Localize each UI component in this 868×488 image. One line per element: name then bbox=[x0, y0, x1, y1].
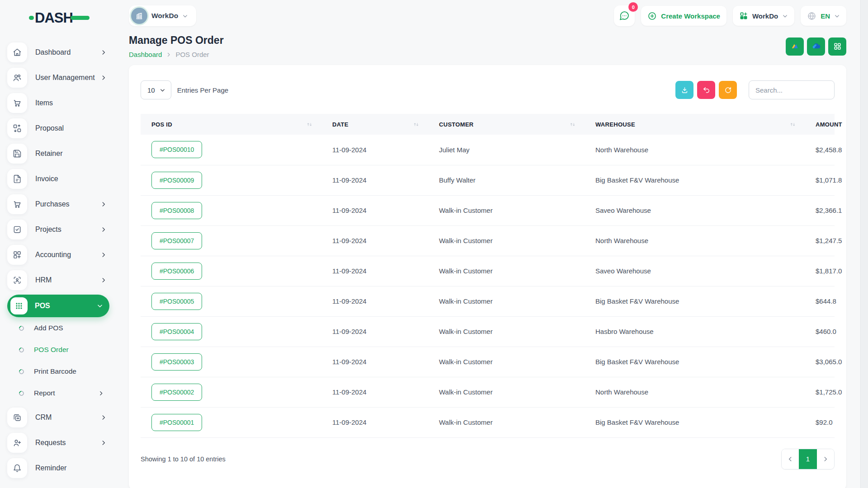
workspace-name: WorkDo bbox=[151, 12, 178, 20]
cart-icon bbox=[7, 194, 27, 214]
sidebar-item-crm[interactable]: CRM bbox=[7, 405, 109, 430]
warehouse-cell: Saveo Warehouse bbox=[585, 256, 805, 286]
table-row: #POS00008 11-09-2024 Walk-in Customer Sa… bbox=[141, 195, 835, 225]
onedrive-button[interactable] bbox=[807, 38, 825, 56]
globe-icon bbox=[807, 11, 816, 21]
sidebar-item-requests[interactable]: Requests bbox=[7, 430, 109, 455]
sidebar-item-hrm[interactable]: HRM bbox=[7, 267, 109, 293]
sidebar-subitem-print-barcode[interactable]: Print Barcode bbox=[7, 361, 109, 382]
chat-icon bbox=[619, 10, 630, 21]
sidebar-item-retainer[interactable]: Retainer bbox=[7, 141, 109, 166]
topbar: WorkDo 0 Create Workspace WorkDo bbox=[116, 0, 846, 28]
sidebar-subitem-label: Report bbox=[34, 389, 98, 397]
sidebar-subitem-add-pos[interactable]: Add POS bbox=[7, 317, 109, 339]
pos-id-link[interactable]: #POS00002 bbox=[151, 384, 202, 401]
sidebar-subitem-report[interactable]: Report bbox=[7, 382, 109, 404]
language-selector[interactable]: EN bbox=[801, 6, 846, 26]
bell-icon bbox=[7, 458, 27, 478]
chevron-right-icon bbox=[100, 252, 107, 258]
sidebar-item-purchases[interactable]: Purchases bbox=[7, 192, 109, 217]
chevron-right-icon bbox=[100, 440, 107, 446]
sidebar-item-accounting[interactable]: Accounting bbox=[7, 242, 109, 267]
sidebar-subitem-pos-order[interactable]: POS Order bbox=[7, 339, 109, 361]
workdo-app-menu[interactable]: WorkDo bbox=[733, 6, 794, 26]
svg-text:DASH: DASH bbox=[35, 10, 73, 26]
workdo-menu-label: WorkDo bbox=[752, 12, 778, 20]
pos-id-link[interactable]: #POS00008 bbox=[151, 202, 202, 219]
pos-id-link[interactable]: #POS00010 bbox=[151, 141, 202, 158]
date-cell: 11-09-2024 bbox=[321, 347, 428, 377]
chevron-right-icon bbox=[100, 75, 107, 81]
pos-id-link[interactable]: #POS00006 bbox=[151, 263, 202, 280]
chat-badge: 0 bbox=[628, 2, 638, 12]
pos-id-link[interactable]: #POS00009 bbox=[151, 172, 202, 189]
column-header-amount[interactable]: AMOUNT bbox=[805, 114, 835, 135]
warehouse-cell: Big Basket F&V Warehouse bbox=[585, 286, 805, 316]
amount-cell: $1,725.0 bbox=[805, 377, 835, 407]
sidebar-item-pos[interactable]: POS bbox=[7, 295, 109, 317]
pos-id-link[interactable]: #POS00003 bbox=[151, 353, 202, 371]
search-input[interactable] bbox=[749, 80, 835, 99]
pagination: 1 bbox=[781, 449, 835, 469]
sidebar-item-items[interactable]: Items bbox=[7, 90, 109, 116]
pos-id-link[interactable]: #POS00001 bbox=[151, 414, 202, 431]
sidebar-item-invoice[interactable]: Invoice bbox=[7, 166, 109, 192]
google-drive-button[interactable] bbox=[786, 38, 804, 56]
pos-id-link[interactable]: #POS00005 bbox=[151, 293, 202, 310]
pos-id-link[interactable]: #POS00004 bbox=[151, 323, 202, 340]
showing-entries-text: Showing 1 to 10 of 10 entries bbox=[141, 455, 226, 463]
page-title: Manage POS Order bbox=[129, 34, 224, 47]
sidebar-item-dashboard[interactable]: Dashboard bbox=[7, 40, 109, 65]
users-icon bbox=[7, 68, 27, 88]
customer-cell: Walk-in Customer bbox=[428, 377, 585, 407]
grid-icon bbox=[833, 42, 842, 51]
sidebar-item-reminder[interactable]: Reminder bbox=[7, 455, 109, 481]
column-header-warehouse[interactable]: WAREHOUSE bbox=[585, 114, 805, 135]
column-header-pos-id[interactable]: POS ID bbox=[141, 114, 321, 135]
sidebar-item-label: POS bbox=[35, 302, 97, 310]
sidebar-item-proposal[interactable]: Proposal bbox=[7, 116, 109, 141]
chevron-down-icon bbox=[182, 13, 188, 19]
undo-button[interactable] bbox=[697, 81, 715, 99]
refresh-button[interactable] bbox=[719, 81, 737, 99]
warehouse-cell: Hasbro Warehouse bbox=[585, 316, 805, 347]
table-row: #POS00006 11-09-2024 Walk-in Customer Sa… bbox=[141, 256, 835, 286]
language-label: EN bbox=[821, 12, 830, 20]
bullet-icon bbox=[18, 368, 25, 375]
table-row: #POS00002 11-09-2024 Walk-in Customer No… bbox=[141, 377, 835, 407]
customer-cell: Walk-in Customer bbox=[428, 286, 585, 316]
messages-button[interactable]: 0 bbox=[614, 5, 635, 26]
sidebar-item-label: HRM bbox=[35, 276, 100, 284]
table-row: #POS00010 11-09-2024 Juliet May North Wa… bbox=[141, 135, 835, 165]
column-header-date[interactable]: DATE bbox=[321, 114, 428, 135]
amount-cell: $2,366.1 bbox=[805, 195, 835, 225]
entries-per-page-select[interactable]: 10 bbox=[141, 80, 171, 99]
download-icon bbox=[681, 86, 689, 94]
cart-icon bbox=[7, 93, 27, 113]
sidebar-item-projects[interactable]: Projects bbox=[7, 217, 109, 242]
warehouse-cell: Big Basket F&V Warehouse bbox=[585, 165, 805, 195]
date-cell: 11-09-2024 bbox=[321, 165, 428, 195]
sidebar: DASH Dashboard User Management Items Pro… bbox=[0, 0, 116, 488]
previous-page-button[interactable] bbox=[782, 449, 799, 469]
customer-cell: Walk-in Customer bbox=[428, 225, 585, 256]
plus-circle-icon bbox=[647, 11, 657, 21]
page-number-button[interactable]: 1 bbox=[799, 449, 817, 469]
breadcrumb-dashboard-link[interactable]: Dashboard bbox=[129, 51, 162, 58]
pos-id-link[interactable]: #POS00007 bbox=[151, 232, 202, 249]
amount-cell: $644.8 bbox=[805, 286, 835, 316]
workspace-selector[interactable]: WorkDo bbox=[129, 5, 196, 26]
dash-logo[interactable]: DASH bbox=[29, 9, 109, 26]
warehouse-cell: North Warehouse bbox=[585, 225, 805, 256]
chevron-down-icon bbox=[834, 13, 840, 19]
page-scrollbar[interactable] bbox=[860, 0, 868, 488]
export-download-button[interactable] bbox=[675, 81, 693, 99]
date-cell: 11-09-2024 bbox=[321, 195, 428, 225]
column-header-customer[interactable]: CUSTOMER bbox=[428, 114, 585, 135]
home-icon bbox=[7, 42, 27, 62]
next-page-button[interactable] bbox=[817, 449, 834, 469]
sidebar-item-user-management[interactable]: User Management bbox=[7, 65, 109, 90]
table-row: #POS00004 11-09-2024 Walk-in Customer Ha… bbox=[141, 316, 835, 347]
create-workspace-button[interactable]: Create Workspace bbox=[641, 6, 726, 26]
grid-view-button[interactable] bbox=[828, 38, 846, 56]
